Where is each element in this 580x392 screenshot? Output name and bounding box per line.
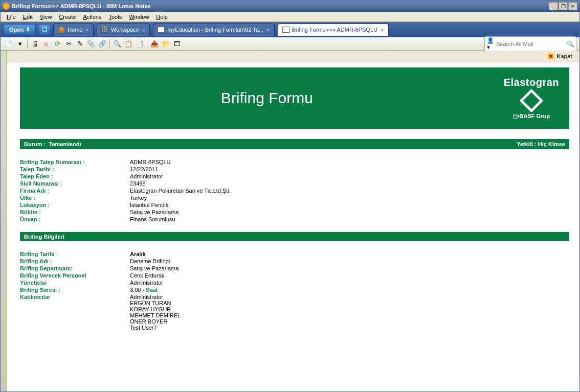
menu-edit[interactable]: Edit [20, 13, 36, 21]
close-tab-icon[interactable]: × [380, 26, 384, 34]
brand-name: Elastogran [504, 77, 559, 88]
print-icon[interactable]: 🖨 [30, 39, 40, 49]
close-tab-icon[interactable]: × [266, 26, 270, 34]
tab-brifing-formu[interactable]: Brifing Formu>>> ADMR-8PSQLU × [278, 24, 389, 36]
close-tab-icon[interactable]: × [142, 26, 146, 34]
request-info-section: Brifing Talep Numarası :ADMR-8PSQLUTalep… [20, 158, 569, 223]
banner: Brifing Formu Elastogran ◻•BASF Grup [20, 67, 569, 129]
tab-label: myEducation - Brifing Formları\02.Ta... [167, 27, 263, 33]
search-input[interactable] [496, 41, 567, 47]
window-icon[interactable]: 🗔 [172, 39, 182, 49]
window-switcher-button[interactable]: ❏ [39, 24, 50, 35]
field-value: Turkey [130, 195, 569, 201]
tab-workspace[interactable]: Workspace × [97, 24, 150, 36]
search-go-icon[interactable]: 🔍 [567, 40, 574, 48]
dropdown-icon[interactable]: ▾ [15, 39, 25, 49]
separator [109, 39, 110, 49]
menu-create[interactable]: Create [56, 13, 79, 21]
refresh-icon[interactable]: ⟳ [52, 39, 62, 49]
document-scroll[interactable]: Brifing Formu Elastogran ◻•BASF Grup Dur… [7, 62, 579, 392]
field-label: Talep Eden : [20, 173, 130, 179]
document-area: Kapat Brifing Formu Elastogran ◻•BASF Gr… [7, 51, 579, 392]
window-controls: _ ❐ ✕ [549, 2, 577, 10]
field-value: 12/22/2011 [130, 166, 569, 172]
field-row: Brifing Talep Numarası :ADMR-8PSQLU [20, 158, 569, 166]
document-icon [282, 27, 289, 33]
svg-rect-0 [521, 90, 542, 111]
window-title: Brifing Formu>>> ADMR-8PSQLU - IBM Lotus… [12, 3, 549, 9]
open-label: Open [9, 27, 24, 33]
app-icon [3, 3, 10, 10]
section-header-brifing-bilgileri: Brifing Bilgileri [20, 232, 569, 241]
field-row: Talep Eden :Administrator [20, 173, 569, 180]
left-gutter [1, 51, 7, 392]
field-row: Brifing Adı :Deneme Brifingi [20, 258, 569, 265]
open-button[interactable]: Open ⇩ [4, 24, 36, 35]
separator [27, 39, 28, 49]
copy-icon[interactable]: 📑 [135, 39, 145, 49]
menu-file[interactable]: File [4, 13, 19, 21]
participant-item: Test User7 [130, 325, 569, 331]
menu-view[interactable]: View [37, 13, 55, 21]
participant-item: MEHMET DEMİREL [130, 312, 569, 318]
page-title: Brifing Formu [30, 89, 504, 107]
close-tab-icon[interactable]: × [85, 26, 89, 34]
new-doc-icon[interactable]: 📄 [4, 39, 14, 49]
status-bar: Durum : Tamamlandı Yetkili : Hiç Kimse [20, 139, 569, 149]
field-label: Lokasyon : [20, 202, 130, 208]
field-row-participants: KatılımcılarAdministratorERGÜN TURANKORA… [20, 293, 569, 331]
tab-home[interactable]: Home × [53, 24, 94, 36]
field-value: Satış ve Pazarlama [130, 209, 569, 215]
field-label: Brifing Verecek Personel [20, 272, 130, 279]
search-icon[interactable]: 🔍 [112, 39, 122, 49]
close-icon [547, 53, 554, 60]
tab-label: Brifing Formu>>> ADMR-8PSQLU [292, 27, 377, 33]
edit-icon[interactable]: ✎ [75, 39, 85, 49]
tab-myeducation[interactable]: myEducation - Brifing Formları\02.Ta... … [153, 24, 274, 36]
minimize-button[interactable]: _ [549, 2, 558, 10]
tab-label: Home [68, 27, 82, 33]
send-icon[interactable]: 📤 [149, 39, 160, 49]
toolbar: 📄 ▾ 🖨 ⦸ ⟳ ✂ ✎ 📎 🔗 🔍 📋 📑 📤 📁 🗔 👤▾ 🔍 [1, 37, 579, 51]
attach-icon[interactable]: 📎 [86, 39, 96, 49]
menubar: File Edit View Create Actions Tools Wind… [1, 12, 579, 22]
action-bar: Kapat [7, 51, 579, 62]
menu-actions[interactable]: Actions [80, 13, 104, 21]
field-row: Firma Adı :Elastogran Poliüretan San ve … [20, 187, 569, 194]
field-label: Firma Adı : [20, 188, 130, 194]
field-label: Bölüm : [20, 209, 130, 215]
field-value: 23498 [130, 180, 569, 187]
status-right: Yetkili : Hiç Kimse [517, 141, 565, 147]
status-left: Durum : Tamamlandı [24, 141, 517, 147]
briefing-info-section: Brifing Tarihi :AralıkBrifing Adı :Denem… [20, 250, 569, 331]
field-label: Brifing Tarihi : [20, 251, 130, 257]
participant-item: KORAY UYGUR [130, 306, 569, 312]
restore-button[interactable]: ❐ [559, 2, 568, 10]
separator [147, 39, 147, 49]
field-label: Katılımcılar [20, 294, 130, 331]
properties-icon[interactable]: 📋 [123, 39, 133, 49]
menu-window[interactable]: Window [126, 13, 152, 21]
stop-icon[interactable]: ⦸ [41, 39, 51, 49]
menu-tools[interactable]: Tools [106, 13, 125, 21]
link-icon[interactable]: 🔗 [97, 39, 107, 49]
field-label: Brifing Departmanı: [20, 265, 130, 271]
folder-icon[interactable]: 📁 [161, 39, 171, 49]
close-document-button[interactable]: Kapat [547, 53, 572, 60]
participants-list: AdministratorERGÜN TURANKORAY UYGURMEHME… [130, 294, 569, 331]
field-value: Administrator [130, 280, 569, 286]
cut-icon[interactable]: ✂ [63, 39, 74, 49]
field-label: Sicil Numarası : [20, 180, 130, 187]
search-scope-icon[interactable]: 👤▾ [487, 37, 494, 51]
close-window-button[interactable]: ✕ [568, 2, 577, 10]
field-row-duration: Brifing Süresi :3.00 - Saat [20, 286, 569, 293]
menu-help[interactable]: Help [153, 13, 171, 21]
tab-label: Workspace [111, 27, 139, 33]
field-row: Ünvan :Finans Sorumlusu [20, 216, 569, 223]
duration-unit: Saat [146, 287, 158, 293]
field-label: Brifing Talep Numarası : [20, 159, 130, 165]
brand-subtitle: ◻•BASF Grup [504, 113, 559, 120]
participant-item: Administrator [130, 294, 569, 300]
tab-bar: Open ⇩ ❏ Home × Workspace × myEducation … [1, 22, 579, 37]
field-label: Ünvan : [20, 216, 130, 222]
